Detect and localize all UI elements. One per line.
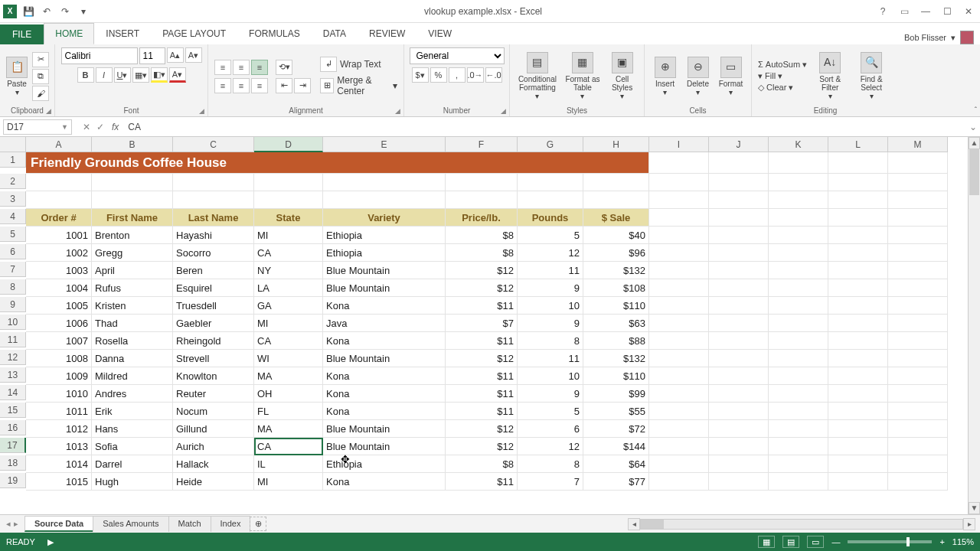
cell[interactable]: $110: [583, 367, 649, 385]
cell[interactable]: 9: [518, 279, 583, 297]
row-header[interactable]: 8: [0, 279, 26, 295]
col-header-B[interactable]: B: [92, 137, 173, 152]
tab-review[interactable]: REVIEW: [358, 23, 416, 44]
orientation-icon[interactable]: ⟲▾: [276, 60, 292, 75]
insert-cells-button[interactable]: ⊕Insert▾: [651, 52, 679, 101]
cancel-formula-icon[interactable]: ✕: [83, 122, 90, 132]
cell[interactable]: Java: [323, 315, 446, 332]
maximize-icon[interactable]: ☐: [940, 6, 954, 17]
cell[interactable]: 11: [518, 350, 583, 367]
undo-icon[interactable]: ↶: [40, 5, 54, 18]
cell[interactable]: Blue Mountain: [323, 438, 446, 455]
cell[interactable]: MA: [254, 367, 323, 385]
row-header[interactable]: 17: [0, 438, 26, 453]
cell[interactable]: 1007: [26, 332, 92, 350]
cell[interactable]: $99: [583, 385, 649, 403]
cell[interactable]: 5: [518, 403, 583, 420]
cell[interactable]: Blue Mountain: [323, 350, 446, 367]
cell[interactable]: $11: [446, 367, 518, 385]
cell[interactable]: Rheingold: [173, 332, 254, 350]
col-header-D[interactable]: D: [254, 137, 323, 152]
cell[interactable]: $77: [583, 473, 649, 491]
cell[interactable]: Hugh: [92, 473, 173, 491]
copy-icon[interactable]: ⧉: [32, 69, 49, 84]
cell[interactable]: 1013: [26, 438, 92, 455]
cell[interactable]: 12: [518, 244, 583, 262]
bold-button[interactable]: B: [77, 67, 94, 83]
cell[interactable]: $12: [446, 262, 518, 279]
tab-home[interactable]: HOME: [44, 23, 94, 44]
cell[interactable]: $12: [446, 350, 518, 367]
cell[interactable]: $88: [583, 332, 649, 350]
italic-button[interactable]: I: [96, 67, 113, 83]
accounting-format-icon[interactable]: $▾: [412, 67, 429, 83]
sheet-tab[interactable]: Source Data: [24, 516, 93, 532]
minimize-icon[interactable]: —: [919, 6, 933, 17]
cell[interactable]: Rosella: [92, 332, 173, 350]
cell[interactable]: Strevell: [173, 350, 254, 367]
cell[interactable]: $132: [583, 262, 649, 279]
ribbon-options-icon[interactable]: ▭: [897, 6, 911, 17]
scroll-up-icon[interactable]: ▲: [969, 137, 980, 149]
underline-button[interactable]: U▾: [114, 67, 131, 83]
user-dropdown-icon[interactable]: ▾: [951, 33, 956, 43]
table-header[interactable]: State: [254, 209, 323, 227]
cell[interactable]: $12: [446, 420, 518, 438]
macro-record-icon[interactable]: ▶: [47, 537, 54, 547]
name-box[interactable]: D17▼: [3, 119, 72, 135]
sheet-tab[interactable]: Match: [168, 516, 211, 532]
align-middle-icon[interactable]: ≡: [233, 60, 250, 75]
cell[interactable]: GA: [254, 297, 323, 315]
col-header-I[interactable]: I: [649, 137, 709, 152]
comma-format-icon[interactable]: ,: [449, 67, 466, 83]
increase-indent-icon[interactable]: ⇥: [294, 78, 311, 93]
decrease-decimal-icon[interactable]: ←.0: [485, 67, 502, 83]
cell[interactable]: $11: [446, 385, 518, 403]
cell[interactable]: 1004: [26, 279, 92, 297]
format-cells-button[interactable]: ▭Format▾: [717, 52, 745, 101]
cell[interactable]: Erik: [92, 403, 173, 420]
table-header[interactable]: Order #: [26, 209, 92, 227]
cell[interactable]: IL: [254, 455, 323, 473]
cell[interactable]: Ethiopia: [323, 455, 446, 473]
row-header[interactable]: 11: [0, 332, 26, 347]
cell[interactable]: $11: [446, 473, 518, 491]
cell[interactable]: MI: [254, 227, 323, 244]
zoom-slider[interactable]: [848, 540, 932, 543]
wrap-text-button[interactable]: ↲Wrap Text: [320, 57, 397, 72]
decrease-indent-icon[interactable]: ⇤: [276, 78, 292, 93]
clear-button[interactable]: ◇ Clear ▾: [758, 83, 807, 93]
row-header[interactable]: 19: [0, 473, 26, 488]
font-dialog-icon[interactable]: ◢: [199, 107, 204, 115]
cell[interactable]: Nocum: [173, 403, 254, 420]
font-color-button[interactable]: A▾: [169, 67, 186, 83]
cut-icon[interactable]: ✂: [32, 52, 49, 67]
cell[interactable]: $110: [583, 297, 649, 315]
cell[interactable]: Kona: [323, 297, 446, 315]
cell[interactable]: Kona: [323, 403, 446, 420]
hscroll-left-icon[interactable]: ◂: [628, 518, 640, 530]
cell[interactable]: Beren: [173, 262, 254, 279]
tab-file[interactable]: FILE: [0, 24, 44, 44]
cell[interactable]: 6: [518, 420, 583, 438]
cell[interactable]: 9: [518, 385, 583, 403]
cell[interactable]: $8: [446, 244, 518, 262]
alignment-dialog-icon[interactable]: ◢: [395, 107, 400, 115]
scroll-down-icon[interactable]: ▼: [969, 502, 980, 514]
redo-icon[interactable]: ↷: [58, 5, 72, 18]
table-header[interactable]: $ Sale: [583, 209, 649, 227]
row-header[interactable]: 7: [0, 262, 26, 277]
cell[interactable]: $8: [446, 455, 518, 473]
cell[interactable]: $55: [583, 403, 649, 420]
row-header[interactable]: 5: [0, 227, 26, 242]
avatar[interactable]: [960, 31, 974, 44]
cell[interactable]: 1005: [26, 297, 92, 315]
cell[interactable]: 1006: [26, 315, 92, 332]
tab-data[interactable]: DATA: [312, 23, 358, 44]
cell[interactable]: Truesdell: [173, 297, 254, 315]
cell[interactable]: $63: [583, 315, 649, 332]
cell[interactable]: Andres: [92, 385, 173, 403]
qat-customize-icon[interactable]: ▾: [77, 5, 90, 18]
col-header-J[interactable]: J: [709, 137, 769, 152]
help-icon[interactable]: ?: [876, 6, 890, 17]
